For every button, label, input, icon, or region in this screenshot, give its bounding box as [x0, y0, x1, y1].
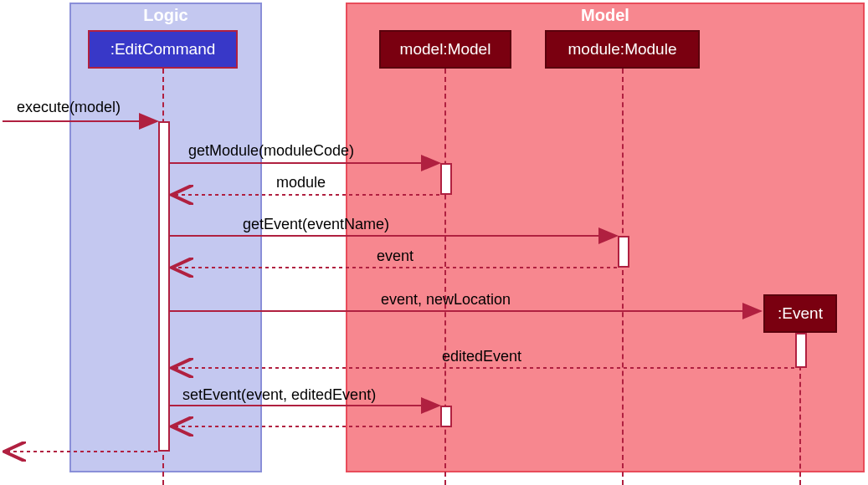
model-container: Model [346, 3, 865, 472]
editcommand-activation [158, 121, 170, 452]
msg-editedevent: editedEvent [442, 348, 521, 365]
model-head: model:Model [379, 30, 511, 69]
msg-newlocation: event, newLocation [381, 291, 511, 309]
msg-event-return: event [377, 248, 413, 265]
module-lifeline [622, 69, 624, 485]
model-label: model:Model [400, 40, 491, 58]
logic-title: Logic [143, 6, 187, 25]
module-activation [618, 236, 629, 268]
msg-execute: execute(model) [17, 99, 121, 116]
editcommand-head: :EditCommand [88, 30, 238, 69]
editcommand-label: :EditCommand [110, 40, 216, 58]
model-activation-1 [440, 163, 452, 195]
model-activation-2 [440, 406, 452, 427]
event-head: :Event [763, 294, 837, 333]
event-activation [795, 333, 807, 368]
msg-setevent: setEvent(event, editedEvent) [182, 386, 376, 404]
event-label: :Event [778, 304, 823, 322]
module-label: module:Module [568, 40, 677, 58]
module-head: module:Module [545, 30, 700, 69]
msg-getmodule: getModule(moduleCode) [188, 142, 354, 160]
msg-module-return: module [276, 174, 326, 191]
msg-getevent: getEvent(eventName) [243, 216, 389, 233]
model-title: Model [581, 6, 629, 25]
